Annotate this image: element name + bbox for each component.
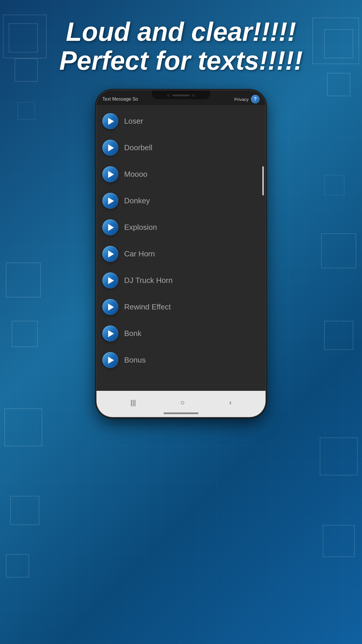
camera-dot-right — [192, 94, 195, 97]
play-icon-3 — [108, 197, 114, 204]
deco-rect-12 — [321, 233, 356, 268]
play-button-6[interactable] — [102, 272, 118, 288]
sound-item-dj-truck-horn[interactable]: DJ Truck Horn — [96, 267, 266, 294]
sound-item-loser[interactable]: Loser — [96, 108, 266, 134]
play-icon-7 — [108, 304, 114, 311]
speaker-bar — [172, 94, 190, 96]
deco-rect-4 — [6, 262, 41, 298]
play-icon-8 — [108, 330, 114, 337]
sound-item-bonus[interactable]: Bonus — [96, 347, 266, 373]
header-line1: Loud and clear!!!!! — [12, 18, 350, 46]
sound-name-4: Explosion — [124, 223, 157, 232]
sound-name-5: Car Horn — [124, 249, 155, 258]
sound-name-9: Bonus — [124, 356, 146, 365]
sound-item-explosion[interactable]: Explosion — [96, 214, 266, 241]
play-button-0[interactable] — [102, 113, 118, 129]
sound-name-6: DJ Truck Horn — [124, 276, 173, 285]
play-icon-2 — [108, 171, 114, 178]
deco-rect-13 — [324, 321, 353, 350]
scrollbar-thumb — [262, 166, 264, 195]
sound-item-bonk[interactable]: Bonk — [96, 320, 266, 347]
deco-rect-15 — [323, 525, 355, 557]
sound-name-2: Moooo — [124, 170, 147, 179]
sound-item-donkey[interactable]: Donkey — [96, 188, 266, 214]
deco-rect-16 — [17, 102, 35, 120]
sound-name-3: Donkey — [124, 196, 150, 205]
play-icon-4 — [108, 224, 114, 231]
sound-name-1: Doorbell — [124, 143, 152, 152]
play-icon-6 — [108, 277, 114, 284]
scrollbar-track — [262, 108, 264, 254]
nav-back[interactable]: ‹ — [229, 398, 232, 407]
deco-rect-8 — [6, 554, 29, 578]
phone-mockup: Text Message So Privacy ? LoserDoorbellM… — [96, 90, 266, 417]
phone-pill — [164, 412, 198, 414]
nav-home[interactable]: ○ — [180, 398, 185, 407]
play-button-7[interactable] — [102, 299, 118, 315]
privacy-label: Privacy — [234, 97, 249, 102]
app-screen: Text Message So Privacy ? LoserDoorbellM… — [96, 90, 266, 391]
sound-name-0: Loser — [124, 117, 143, 126]
play-button-5[interactable] — [102, 246, 118, 262]
sound-item-rewind-effect[interactable]: Rewind Effect — [96, 294, 266, 320]
play-icon-5 — [108, 251, 114, 258]
play-button-2[interactable] — [102, 166, 118, 182]
nav-recent[interactable]: ||| — [130, 398, 136, 407]
deco-rect-11 — [327, 73, 350, 96]
play-icon-1 — [108, 144, 114, 151]
phone-camera — [167, 94, 195, 97]
play-button-4[interactable] — [102, 219, 118, 235]
app-title: Text Message So — [102, 94, 138, 102]
header-text: Loud and clear!!!!! Perfect for texts!!!… — [0, 18, 362, 75]
sound-item-doorbell[interactable]: Doorbell — [96, 134, 266, 161]
app-privacy-area: Privacy ? — [234, 92, 260, 104]
camera-dot-left — [167, 94, 170, 97]
deco-rect-6 — [4, 408, 42, 446]
play-button-9[interactable] — [102, 352, 118, 368]
play-icon-9 — [108, 357, 114, 364]
deco-rect-7 — [10, 496, 39, 525]
phone-notch — [152, 90, 210, 99]
play-button-3[interactable] — [102, 193, 118, 209]
play-button-8[interactable] — [102, 326, 118, 342]
sound-item-car-horn[interactable]: Car Horn — [96, 241, 266, 267]
help-button[interactable]: ? — [251, 95, 260, 104]
play-icon-0 — [108, 118, 114, 125]
sound-list: LoserDoorbellMooooDonkeyExplosionCar Hor… — [96, 105, 266, 376]
sound-item-moooo[interactable]: Moooo — [96, 161, 266, 188]
header-line2: Perfect for texts!!!!! — [12, 46, 350, 75]
play-button-1[interactable] — [102, 140, 118, 156]
sound-name-8: Bonk — [124, 329, 141, 338]
deco-rect-5 — [12, 321, 38, 347]
deco-rect-14 — [320, 438, 358, 475]
deco-rect-17 — [324, 175, 345, 195]
sound-name-7: Rewind Effect — [124, 302, 171, 312]
